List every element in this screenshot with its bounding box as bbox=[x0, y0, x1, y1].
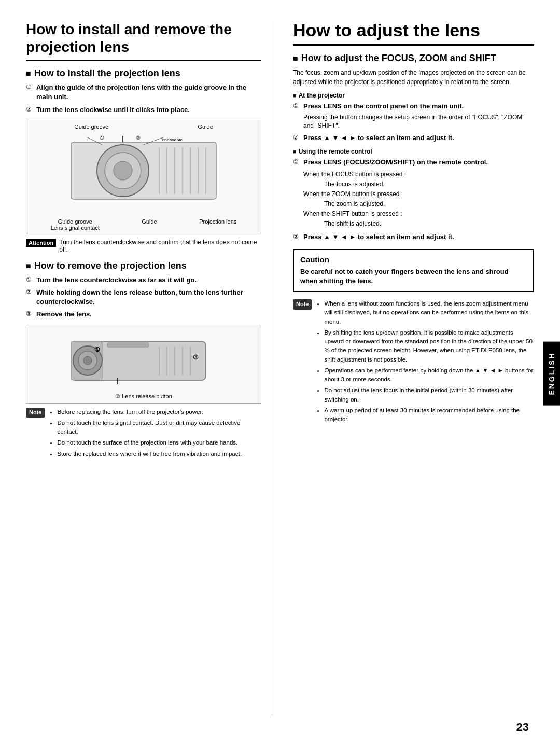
right-note-item-5: A warm-up period of at least 30 minutes … bbox=[324, 406, 534, 424]
remote-step-2: ② Press ▲ ▼ ◄ ► to select an item and ad… bbox=[293, 232, 534, 242]
right-main-title: How to adjust the lens bbox=[293, 21, 534, 46]
install-heading: How to install the projection lens bbox=[26, 68, 261, 79]
projection-lens-label: Projection lens bbox=[199, 218, 236, 231]
guide-groove-bottom: Guide groove bbox=[51, 218, 100, 225]
lens-install-diagram: Guide groove Guide bbox=[26, 120, 261, 234]
at-proj-step-1: ① Press LENS on the control panel on the… bbox=[293, 102, 534, 130]
remove-step-num-2: ② bbox=[26, 288, 32, 297]
at-proj-step-2: ② Press ▲ ▼ ◄ ► to select an item and ad… bbox=[293, 133, 534, 143]
remove-step-num-1: ① bbox=[26, 275, 32, 284]
remove-step-1: ① Turn the lens counterclockwise as far … bbox=[26, 275, 261, 285]
svg-point-3 bbox=[114, 161, 132, 180]
guide-label-top: Guide bbox=[198, 123, 213, 130]
remove-note-item-2: Do not touch the lens signal contact. Du… bbox=[57, 419, 261, 437]
focus-intro: The focus, zoom and up/down position of … bbox=[293, 68, 534, 87]
remove-step-num-3: ③ bbox=[26, 310, 32, 319]
remote-control-sub: Using the remote control bbox=[293, 148, 534, 155]
shift-adjusted-line: The shift is adjusted. bbox=[303, 219, 534, 229]
svg-text:②: ② bbox=[136, 135, 141, 141]
language-bar: ENGLISH bbox=[543, 341, 560, 405]
page: How to install and remove the projection… bbox=[0, 0, 560, 747]
guide-bottom: Guide bbox=[142, 218, 157, 225]
focus-button-line1: When the FOCUS button is pressed : bbox=[303, 170, 534, 179]
at-projector-steps: ① Press LENS on the control panel on the… bbox=[293, 102, 534, 143]
remove-note-label: Note bbox=[26, 408, 45, 418]
attention-label: Attention bbox=[26, 239, 56, 247]
lens-diagram-svg: ① ② Panasonic bbox=[61, 132, 227, 215]
lens-signal-label: Lens signal contact bbox=[51, 225, 100, 231]
at-proj-step-num-1: ① bbox=[293, 102, 299, 110]
focus-adjusted-line: The focus is adjusted. bbox=[303, 179, 534, 189]
remove-note-list: Before replacing the lens, turn off the … bbox=[48, 408, 261, 461]
at-proj-step-1-detail: Pressing the button changes the setup sc… bbox=[303, 113, 534, 131]
guide-groove-label-top: Guide groove bbox=[74, 123, 108, 130]
right-column: How to adjust the lens How to adjust the… bbox=[288, 21, 534, 716]
remove-steps: ① Turn the lens counterclockwise as far … bbox=[26, 275, 261, 320]
projector-svg: ① ③ bbox=[66, 328, 221, 391]
lens-remove-diagram: ① ③ ② Lens release button bbox=[26, 325, 261, 404]
remote-steps: ① Press LENS (FOCUS/ZOOM/SHIFT) on the r… bbox=[293, 158, 534, 242]
svg-text:Panasonic: Panasonic bbox=[162, 137, 183, 142]
focus-heading: How to adjust the FOCUS, ZOOM and SHIFT bbox=[293, 53, 534, 64]
right-note-item-3: Operations can be performed faster by ho… bbox=[324, 366, 534, 384]
caution-title: Caution bbox=[300, 255, 527, 264]
caution-text: Be careful not to catch your fingers bet… bbox=[300, 267, 527, 286]
remove-note-item-1: Before replacing the lens, turn off the … bbox=[57, 408, 261, 417]
zoom-button-line1: When the ZOOM button is pressed : bbox=[303, 189, 534, 199]
remove-step-2: ② While holding down the lens release bu… bbox=[26, 288, 261, 307]
page-number: 23 bbox=[516, 721, 529, 734]
right-note-item-4: Do not adjust the lens focus in the init… bbox=[324, 386, 534, 404]
remove-note-item-4: Store the replaced lens where it will be… bbox=[57, 450, 261, 459]
remote-step-num-2: ② bbox=[293, 232, 299, 241]
right-note-list: When a lens without zoom functions is us… bbox=[315, 299, 534, 426]
left-main-title: How to install and remove the projection… bbox=[26, 21, 261, 61]
right-note-box: Note When a lens without zoom functions … bbox=[293, 299, 534, 426]
remove-note-box: Note Before replacing the lens, turn off… bbox=[26, 408, 261, 461]
right-note-item-2: By shifting the lens up/down position, i… bbox=[324, 328, 534, 364]
install-step-1: ① Align the guide of the projection lens… bbox=[26, 83, 261, 102]
diagram-bottom-labels: Guide groove Lens signal contact Guide P… bbox=[30, 218, 258, 231]
svg-text:③: ③ bbox=[193, 354, 199, 361]
attention-text: Turn the lens counterclockwise and confi… bbox=[59, 239, 261, 253]
shift-button-line1: When the SHIFT button is pressed : bbox=[303, 209, 534, 219]
remote-step-num-1: ① bbox=[293, 158, 299, 167]
attention-box: Attention Turn the lens counterclockwise… bbox=[26, 239, 261, 253]
remove-heading: How to remove the projection lens bbox=[26, 260, 261, 271]
svg-text:①: ① bbox=[94, 346, 100, 353]
zoom-adjusted-line: The zoom is adjusted. bbox=[303, 199, 534, 209]
svg-text:①: ① bbox=[100, 135, 104, 141]
at-projector-sub: At the projector bbox=[293, 92, 534, 99]
diagram-top-labels: Guide groove Guide bbox=[30, 123, 258, 130]
svg-rect-22 bbox=[107, 343, 149, 347]
remove-note-item-3: Do not touch the surface of the projecti… bbox=[57, 438, 261, 447]
remote-step-1: ① Press LENS (FOCUS/ZOOM/SHIFT) on the r… bbox=[293, 158, 534, 229]
right-note-label: Note bbox=[293, 299, 312, 309]
right-note-item-1: When a lens without zoom functions is us… bbox=[324, 299, 534, 326]
svg-point-21 bbox=[83, 356, 92, 365]
left-column: How to install and remove the projection… bbox=[26, 21, 272, 716]
remove-step-3: ③ Remove the lens. bbox=[26, 310, 261, 319]
caution-box: Caution Be careful not to catch your fin… bbox=[293, 249, 534, 292]
at-proj-step-num-2: ② bbox=[293, 133, 299, 142]
step-num-2: ② bbox=[26, 105, 32, 114]
install-steps: ① Align the guide of the projection lens… bbox=[26, 83, 261, 115]
step-num-1: ① bbox=[26, 83, 32, 92]
lens-release-label: ② Lens release button bbox=[30, 393, 258, 400]
remote-step-1-details: When the FOCUS button is pressed : The f… bbox=[303, 170, 534, 229]
install-step-2: ② Turn the lens clockwise until it click… bbox=[26, 105, 261, 115]
